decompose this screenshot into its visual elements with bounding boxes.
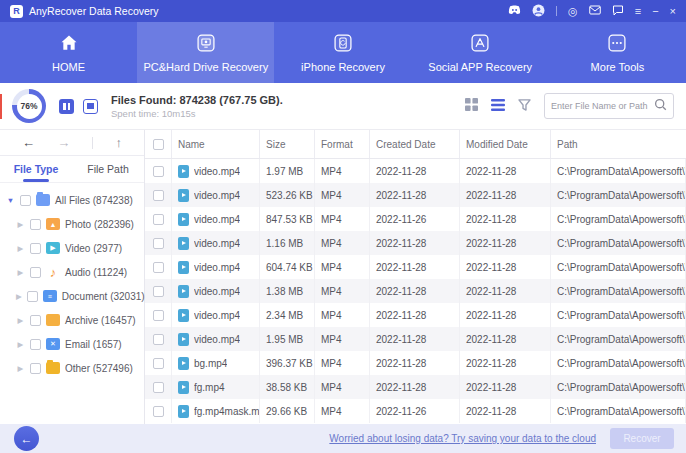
tree-item-photo[interactable]: ▶ ▲ Photo (282396) [0, 212, 144, 236]
row-checkbox[interactable] [153, 310, 164, 321]
expand-arrow-icon[interactable]: ▶ [16, 292, 22, 301]
column-header-modified[interactable]: Modified Date [460, 130, 551, 158]
row-checkbox[interactable] [153, 286, 164, 297]
account-avatar-icon[interactable] [532, 4, 545, 19]
list-view-icon[interactable] [491, 97, 505, 115]
row-checkbox[interactable] [153, 238, 164, 249]
email-checkbox[interactable] [30, 339, 41, 350]
grid-view-icon[interactable] [465, 97, 478, 115]
row-checkbox[interactable] [153, 358, 164, 369]
tree-item-document[interactable]: ▶ ≡ Document (32031) [0, 284, 144, 308]
forward-arrow-icon[interactable]: → [57, 135, 70, 150]
photo-checkbox[interactable] [30, 219, 41, 230]
tab-file-path[interactable]: File Path [72, 156, 144, 182]
expand-arrow-icon[interactable]: ▶ [16, 220, 25, 229]
row-checkbox[interactable] [153, 166, 164, 177]
tab-more-tools[interactable]: More Tools [549, 22, 686, 83]
app-title: AnyRecover Data Recovery [29, 5, 159, 17]
row-checkbox[interactable] [153, 382, 164, 393]
tree-item-archive[interactable]: ▶ Archive (16457) [0, 308, 144, 332]
table-row[interactable]: video.mp4 1.97 MB MP4 2022-11-28 2022-11… [145, 159, 686, 183]
scan-progress-ring: 76% [12, 89, 46, 123]
audio-icon: ♪ [46, 266, 60, 278]
expand-arrow-icon[interactable]: ▶ [16, 268, 25, 277]
email-icon: ✕ [46, 338, 60, 350]
cloud-save-link[interactable]: Worried about losing data? Try saving yo… [329, 433, 596, 444]
menu-icon[interactable]: ≡ [635, 6, 641, 17]
iphone-recovery-icon [333, 33, 353, 55]
audio-checkbox[interactable] [30, 267, 41, 278]
expand-arrow-icon[interactable]: ▶ [16, 316, 25, 325]
select-all-checkbox[interactable] [153, 139, 164, 150]
table-row[interactable]: video.mp4 1.95 MB MP4 2022-11-28 2022-11… [145, 327, 686, 351]
table-header: Name Size Format Created Date Modified D… [145, 130, 686, 159]
tree-item-other[interactable]: ▶ Other (527496) [0, 356, 144, 380]
recover-button[interactable]: Recover [610, 428, 674, 449]
table-row[interactable]: video.mp4 847.53 KB MP4 2022-11-26 2022-… [145, 207, 686, 231]
minimize-icon[interactable]: − [652, 6, 658, 17]
row-checkbox[interactable] [153, 406, 164, 417]
column-header-format[interactable]: Format [315, 130, 370, 158]
row-checkbox[interactable] [153, 214, 164, 225]
video-file-icon [178, 237, 189, 250]
column-header-name[interactable]: Name [172, 130, 260, 158]
scan-status: Files Found: 874238 (767.75 GB). Spent t… [111, 94, 283, 119]
collapse-arrow-icon[interactable]: ▼ [6, 196, 15, 205]
tab-file-type[interactable]: File Type [0, 156, 72, 182]
table-row[interactable]: video.mp4 604.74 KB MP4 2022-11-28 2022-… [145, 255, 686, 279]
more-tools-icon [607, 33, 627, 55]
archive-checkbox[interactable] [30, 315, 41, 326]
table-row[interactable]: video.mp4 523.26 KB MP4 2022-11-28 2022-… [145, 183, 686, 207]
main-nav: HOME PC&Hard Drive Recovery iPhone Recov… [0, 22, 686, 83]
up-arrow-icon[interactable]: ↑ [115, 135, 122, 150]
video-checkbox[interactable] [30, 243, 41, 254]
table-row[interactable]: fg.mp4mask.mp4 29.66 KB MP4 2022-11-26 2… [145, 399, 686, 423]
other-checkbox[interactable] [30, 363, 41, 374]
table-row[interactable]: fg.mp4 38.58 KB MP4 2022-11-28 2022-11-2… [145, 375, 686, 399]
feedback-chat-icon[interactable] [612, 5, 624, 18]
row-checkbox[interactable] [153, 190, 164, 201]
table-row[interactable]: video.mp4 1.16 MB MP4 2022-11-28 2022-11… [145, 231, 686, 255]
scan-toolbar: 76% Files Found: 874238 (767.75 GB). Spe… [0, 83, 686, 130]
tab-social-app-recovery[interactable]: Social APP Recovery [412, 22, 549, 83]
left-arrow-icon: ← [21, 432, 33, 446]
tree-item-email[interactable]: ▶ ✕ Email (1657) [0, 332, 144, 356]
tree-item-video[interactable]: ▶ ▶ Video (2977) [0, 236, 144, 260]
column-header-size[interactable]: Size [260, 130, 315, 158]
discord-icon[interactable] [508, 5, 521, 17]
all-files-checkbox[interactable] [20, 195, 31, 206]
table-row[interactable]: bg.mp4 396.37 KB MP4 2022-11-28 2022-11-… [145, 351, 686, 375]
video-file-icon [178, 357, 189, 370]
expand-arrow-icon[interactable]: ▶ [16, 244, 25, 253]
back-arrow-icon[interactable]: ← [22, 135, 35, 150]
column-header-created[interactable]: Created Date [370, 130, 460, 158]
pause-scan-button[interactable] [59, 99, 74, 114]
tab-pc-hard-drive-recovery[interactable]: PC&Hard Drive Recovery [137, 22, 274, 83]
other-icon [46, 362, 60, 374]
tree-item-all-files[interactable]: ▼ All Files (874238) [0, 188, 144, 212]
stop-scan-button[interactable] [83, 99, 98, 114]
search-input[interactable] [551, 101, 650, 111]
video-file-icon [178, 261, 189, 274]
video-file-icon [178, 333, 189, 346]
file-type-tree: ▼ All Files (874238) ▶ ▲ Photo (282396) … [0, 183, 144, 380]
close-icon[interactable]: × [670, 6, 676, 17]
table-row[interactable]: video.mp4 1.38 MB MP4 2022-11-28 2022-11… [145, 279, 686, 303]
back-button[interactable]: ← [14, 426, 39, 451]
expand-arrow-icon[interactable]: ▶ [16, 364, 25, 373]
mail-icon[interactable] [589, 5, 601, 17]
search-icon[interactable] [654, 97, 667, 115]
row-checkbox[interactable] [153, 334, 164, 345]
row-checkbox[interactable] [153, 262, 164, 273]
arrow-separator [92, 137, 93, 149]
tab-home[interactable]: HOME [0, 22, 137, 83]
tree-item-audio[interactable]: ▶ ♪ Audio (11224) [0, 260, 144, 284]
table-row[interactable]: video.mp4 2.34 MB MP4 2022-11-28 2022-11… [145, 303, 686, 327]
tab-iphone-recovery[interactable]: iPhone Recovery [274, 22, 411, 83]
filter-icon[interactable] [518, 97, 531, 115]
titlebar-separator [556, 6, 557, 16]
column-header-path[interactable]: Path [551, 130, 686, 158]
settings-icon[interactable]: ◎ [568, 6, 578, 17]
expand-arrow-icon[interactable]: ▶ [16, 340, 25, 349]
document-checkbox[interactable] [27, 291, 38, 302]
